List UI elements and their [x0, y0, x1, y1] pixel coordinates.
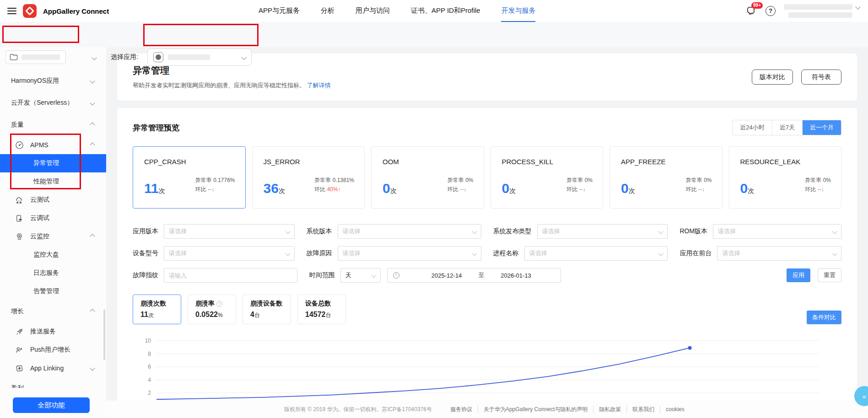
project-app-selector-bar: 选择应用: [0, 22, 868, 47]
gauge-icon [15, 140, 24, 150]
choose-app-label: 选择应用: [111, 53, 138, 61]
trend-up-arrow: ↑ [338, 186, 341, 193]
sidebar-item-apms[interactable]: APMS [0, 136, 106, 154]
sidebar-item-performance-management[interactable]: 性能管理 [0, 172, 106, 191]
condition-compare-button[interactable]: 条件对比 [807, 311, 841, 324]
device-model-select[interactable]: 请选择 [164, 246, 295, 261]
info-icon: ? [216, 301, 222, 307]
top-bar: AppGallery Connect APP与元服务 分析 用户与访问 证书、A… [0, 0, 868, 22]
symbol-table-button[interactable]: 符号表 [801, 70, 841, 85]
sidebar-item-cloud-test[interactable]: 云测试 [0, 191, 106, 209]
footer-link-privacy-statement[interactable]: 关于华为AppGallery Connect与隐私的声明 [478, 406, 593, 413]
project-selector[interactable] [5, 50, 66, 64]
stat-crash-rate[interactable]: 崩溃率? 0.0522% [188, 295, 236, 324]
date-separator: 至 [478, 271, 484, 279]
nav-users-access[interactable]: 用户与访问 [356, 0, 390, 22]
notification-bell-icon[interactable]: 99+ [745, 5, 757, 17]
stat-crash-devices[interactable]: 崩溃设备数 4台 [243, 295, 291, 324]
chevron-up-icon [90, 122, 95, 127]
sidebar-item-app-linking[interactable]: App Linking [0, 359, 106, 377]
chevron-down-icon [285, 251, 290, 256]
user-account-area[interactable] [784, 4, 862, 18]
metric-card-process-kill[interactable]: PROCESS_KILL 0次 异常率 0% 环比 --↓ [491, 146, 604, 209]
sidebar-section-quality[interactable]: 质量 [0, 114, 106, 136]
app-linking-icon [15, 364, 24, 373]
hamburger-menu-icon[interactable] [7, 8, 16, 14]
redacted-account-info [788, 12, 852, 18]
stat-crash-count[interactable]: 崩溃次数 11次 [133, 295, 181, 324]
metric-card-cpp-crash[interactable]: CPP_CRASH 11次 异常率 0.1776% 环比 --↓ [133, 146, 246, 209]
redacted-project-name [22, 54, 60, 60]
metric-card-js-error[interactable]: JS_ERROR 36次 异常率 0.1381% 环比 40%↑ [252, 146, 365, 209]
footer-link-privacy-policy[interactable]: 隐私政策 [593, 406, 627, 413]
filter-area: 应用版本 请选择 系统版本 请选择 系统发布类型 请选择 ROM版本 请选择 设… [133, 224, 841, 283]
sidebar-item-log-service[interactable]: 日志服务 [0, 264, 106, 282]
footer-link-cookies[interactable]: cookies [660, 406, 690, 413]
version-compare-button[interactable]: 版本对比 [752, 70, 793, 85]
user-growth-icon [15, 345, 24, 354]
sidebar-item-cloud-dev[interactable]: 云开发（Serverless） [0, 92, 106, 114]
time-filter-1m[interactable]: 近一个月 [803, 120, 841, 135]
trend-down-arrow: ↓ [583, 186, 586, 193]
stat-total-devices[interactable]: 设备总数 14572台 [297, 295, 346, 324]
fault-reason-select[interactable]: 请选择 [338, 246, 481, 261]
folder-icon [10, 54, 18, 61]
os-version-select[interactable]: 请选择 [338, 224, 481, 239]
nav-develop-services[interactable]: 开发与服务 [501, 0, 535, 22]
svg-text:6: 6 [148, 364, 151, 370]
sidebar-section-growth[interactable]: 增长 [0, 300, 106, 322]
fault-fingerprint-input[interactable] [169, 272, 292, 279]
footer: 版权所有 © 2019 华为。保留一切权利。苏ICP备17040376号 服务协… [106, 401, 868, 418]
all-features-button[interactable]: 全部功能 [13, 397, 90, 413]
copyright-text: 版权所有 © 2019 华为。保留一切权利。苏ICP备17040376号 [284, 406, 432, 413]
sidebar: 项目设置 HarmonyOS应用 云开发（Serverless） 质量 APMS… [0, 47, 106, 418]
sidebar-item-push-service[interactable]: 推送服务 [0, 322, 106, 341]
chevron-down-icon [832, 251, 837, 256]
stat-tab-row: 崩溃次数 11次 崩溃率? 0.0522% 崩溃设备数 4台 设备总数 1457… [133, 295, 841, 324]
sidebar-item-exception-management[interactable]: 异常管理 [0, 154, 106, 172]
monitor-camera-icon [15, 232, 24, 241]
granularity-select[interactable]: 天 [340, 268, 381, 283]
metric-card-resource-leak[interactable]: RESOURCE_LEAK 0次 异常率 0% 环比 --↓ [729, 146, 842, 209]
page-title: 异常管理 [133, 64, 331, 77]
metric-card-app-freeze[interactable]: APP_FREEZE 0次 异常率 0% 环比 --↓ [609, 146, 722, 209]
svg-text:10: 10 [145, 338, 151, 344]
chevron-down-icon [90, 100, 95, 105]
clock-icon [393, 272, 399, 279]
sidebar-item-cloud-debug[interactable]: 云调试 [0, 209, 106, 227]
rom-version-select[interactable]: 请选择 [713, 224, 841, 239]
svg-text:8: 8 [148, 351, 151, 357]
chevron-down-icon [832, 229, 837, 234]
nav-app-services[interactable]: APP与元服务 [259, 0, 300, 22]
appgallery-logo [23, 4, 37, 18]
reset-button[interactable]: 重置 [818, 268, 841, 282]
date-range-picker[interactable]: 2025-12-14 至 2026-01-13 [387, 268, 561, 283]
trend-down-arrow: ↓ [464, 186, 466, 193]
metric-card-oom[interactable]: OOM 0次 异常率 0% 环比 --↓ [371, 146, 484, 209]
brand-title: AppGallery Connect [43, 7, 109, 15]
sidebar-item-monitor-dashboard[interactable]: 监控大盘 [0, 246, 106, 264]
os-release-type-select[interactable]: 请选择 [537, 224, 668, 239]
apply-button[interactable]: 应用 [787, 268, 810, 282]
help-icon[interactable]: ? [766, 6, 776, 16]
chevron-down-icon [855, 4, 860, 9]
app-selector[interactable] [147, 48, 252, 66]
app-version-select[interactable]: 请选择 [164, 224, 295, 239]
sidebar-item-push-user-growth[interactable]: Push用户增长 [0, 341, 106, 359]
footer-link-contact[interactable]: 联系我们 [627, 406, 660, 413]
chevron-down-icon [90, 365, 95, 370]
footer-link-terms[interactable]: 服务协议 [445, 406, 478, 413]
sidebar-item-harmonyos-app[interactable]: HarmonyOS应用 [0, 70, 106, 92]
nav-analytics[interactable]: 分析 [321, 0, 334, 22]
learn-more-link[interactable]: 了解详情 [307, 82, 331, 89]
time-filter-7d[interactable]: 近7天 [772, 120, 803, 135]
sidebar-item-cloud-monitor[interactable]: 云监控 [0, 227, 106, 246]
time-filter-24h[interactable]: 近24小时 [733, 120, 772, 135]
sidebar-item-alert-management[interactable]: 告警管理 [0, 282, 106, 300]
app-foreground-select[interactable]: 请选择 [717, 246, 841, 261]
chevron-down-icon [285, 229, 290, 234]
sidebar-scrollbar[interactable] [103, 310, 105, 360]
nav-cert-appid-profile[interactable]: 证书、APP ID和Profile [411, 0, 480, 22]
trend-down-arrow: ↓ [821, 186, 824, 193]
process-name-select[interactable]: 请选择 [524, 246, 668, 261]
